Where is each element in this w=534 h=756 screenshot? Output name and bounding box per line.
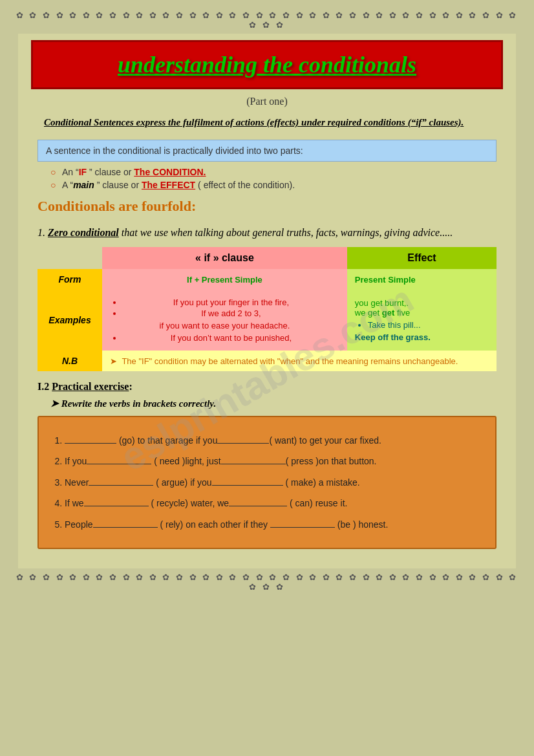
effect-examples-list: Take this pill...	[355, 320, 489, 330]
zero-cond-heading: 1. Zero conditional that we use when tal…	[37, 224, 497, 241]
page-wrapper: ✿ ✿ ✿ ✿ ✿ ✿ ✿ ✿ ✿ ✿ ✿ ✿ ✿ ✿ ✿ ✿ ✿ ✿ ✿ ✿ …	[0, 0, 534, 602]
table-row-nb: N.B ➤ The "IF" condition may be alternat…	[37, 351, 497, 371]
exercise-item-1: (go) to that garage if you( want) to get…	[65, 433, 482, 448]
exercise-heading: I.2 Practical exercise:	[37, 381, 497, 393]
effect-text-1: you get burnt,.we get get five	[355, 298, 489, 318]
exercise-item-3: Never ( argue) if you ( make) a mistake.	[65, 475, 482, 490]
intro-text: Conditional Sentences express the fulfil…	[44, 115, 490, 130]
nb-label: N.B	[37, 351, 102, 371]
if-examples-list-2: If you don’t want to be punished,	[110, 333, 339, 343]
rewrite-instruction: ➤ Rewrite the verbs in brackets correctl…	[50, 398, 497, 409]
examples-effect-content: you get burnt,.we get get five Take this…	[347, 290, 497, 351]
exercise-item-2: If you ( need )light, just( press )on th…	[65, 454, 482, 468]
if-example-2: If we add 2 to 3,	[123, 308, 339, 318]
form-if-content: If + Present Simple	[102, 269, 347, 290]
part-one-label: (Part one)	[31, 96, 503, 107]
examples-if-content: If you put your finger in the fire, If w…	[102, 290, 347, 351]
exercise-item-5: People ( rely) on each other if they (be…	[65, 517, 482, 532]
table-header-effect: Effect	[347, 247, 497, 269]
form-effect-content: Present Simple	[347, 269, 497, 290]
exercise-box: (go) to that garage if you( want) to get…	[37, 416, 497, 549]
bottom-border: ✿ ✿ ✿ ✿ ✿ ✿ ✿ ✿ ✿ ✿ ✿ ✿ ✿ ✿ ✿ ✿ ✿ ✿ ✿ ✿ …	[12, 568, 522, 596]
form-label: Form	[37, 269, 102, 290]
effect-text-2: Keep off the grass.	[355, 332, 489, 342]
bullet-list: An “IF ” clause or The CONDITION. A “mai…	[50, 167, 497, 190]
exercise-list: (go) to that garage if you( want) to get…	[52, 433, 482, 532]
title-banner: understanding the conditionals	[31, 40, 503, 89]
if-examples-list: If you put your finger in the fire, If w…	[110, 297, 339, 318]
if-example-1: If you put your finger in the fire,	[123, 297, 339, 307]
nb-content: ➤ The "IF" condition may be alternated w…	[102, 351, 497, 371]
main-content: understanding the conditionals (Part one…	[18, 34, 516, 568]
conditionals-table: « if » clause Effect Form If + Present S…	[37, 247, 497, 371]
bullet-2: A “main ” clause or The EFFECT ( effect …	[50, 180, 497, 190]
exercise-item-4: If we ( recycle) water, we ( can) reuse …	[65, 496, 482, 510]
conditionals-heading: Conditionals are fourfold:	[37, 198, 497, 215]
table-row-examples: Examples If you put your finger in the f…	[37, 290, 497, 351]
bullet-1: An “IF ” clause or The CONDITION.	[50, 167, 497, 177]
top-border: ✿ ✿ ✿ ✿ ✿ ✿ ✿ ✿ ✿ ✿ ✿ ✿ ✿ ✿ ✿ ✿ ✿ ✿ ✿ ✿ …	[12, 6, 522, 34]
table-header-if: « if » clause	[102, 247, 347, 269]
if-example-4: If you don’t want to be punished,	[123, 333, 339, 343]
examples-label: Examples	[37, 290, 102, 351]
effect-example-1: Take this pill...	[368, 320, 489, 330]
table-row-form: Form If + Present Simple Present Simple	[37, 269, 497, 290]
page-title: understanding the conditionals	[39, 51, 495, 78]
if-example-3: if you want to ease your headache.	[110, 321, 339, 330]
sentence-box: A sentence in the conditional is practic…	[37, 140, 497, 162]
sentence-box-text: A sentence in the conditional is practic…	[46, 146, 303, 156]
